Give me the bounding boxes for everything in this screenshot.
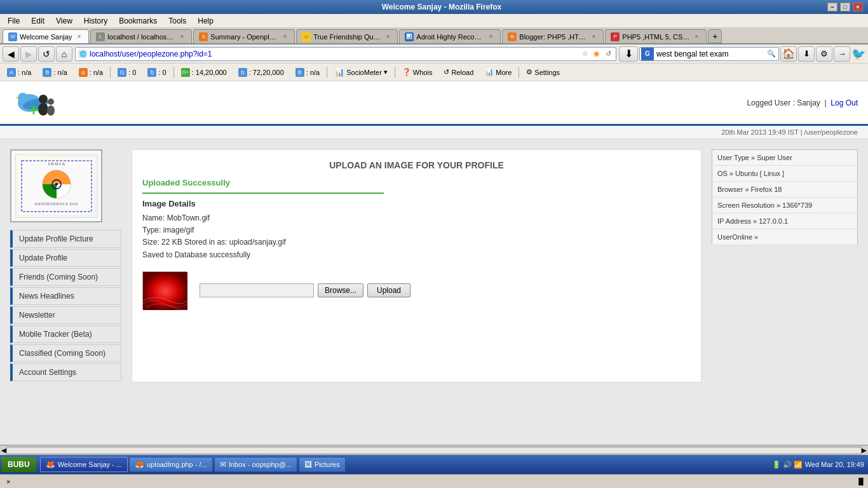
bm-settings[interactable]: ⚙ Settings: [522, 66, 564, 78]
tab-favicon-7: P: [611, 32, 620, 41]
menu-file[interactable]: File: [3, 15, 25, 27]
tab-php5[interactable]: P PHP5 ,HTML 5, CSS,A... ×: [605, 29, 707, 43]
menu-tools[interactable]: Tools: [163, 15, 191, 27]
tray-icons: 🔋 🔊 📶: [772, 461, 803, 469]
image-type-label: Type:: [142, 226, 163, 234]
tab-adroit[interactable]: 📊 Adroit Highly Recom... ×: [399, 29, 501, 43]
bm-gplus-count[interactable]: G+ : 14,20,000: [177, 66, 231, 79]
info-row-browser: Browser » Firefox 18: [712, 182, 858, 198]
taskbar-item-welcome[interactable]: 🦊 Welcome Sanjay - ...: [40, 457, 128, 472]
titlebar: Welcome Sanjay - Mozilla Firefox − □ ×: [0, 0, 868, 14]
info-row-resolution: Screen Resolution » 1366*739: [712, 198, 858, 214]
bing-icon: b: [147, 68, 156, 77]
nav-news-headlines[interactable]: News Headlines: [10, 287, 121, 305]
nav-update-profile[interactable]: Update Profile: [10, 249, 121, 267]
menu-bookmarks[interactable]: Bookmarks: [114, 15, 162, 27]
twitter-icon[interactable]: 🐦: [851, 47, 865, 61]
browse-button[interactable]: Browse...: [318, 283, 363, 297]
image-name-label: Name:: [142, 214, 167, 222]
nav-newsletter[interactable]: Newsletter: [10, 306, 121, 324]
bm-more[interactable]: 📊 More: [480, 66, 516, 78]
settings-icon: ⚙: [526, 68, 532, 76]
maximize-button[interactable]: □: [840, 3, 850, 11]
image-type-line: Type: image/gif: [142, 224, 691, 236]
search-input[interactable]: [654, 50, 766, 58]
tab-favicon-6: B: [508, 32, 517, 41]
nav-classified[interactable]: Classified (Coming Soon): [10, 344, 121, 362]
site-logo: [10, 85, 61, 120]
close-button[interactable]: ×: [853, 3, 863, 11]
start-button[interactable]: BUBU: [1, 457, 36, 472]
bm-alpha-na[interactable]: α : n/a: [74, 66, 107, 79]
menu-history[interactable]: History: [79, 15, 112, 27]
rss-icon[interactable]: ◉: [592, 49, 602, 59]
home-button[interactable]: ⌂: [56, 46, 72, 62]
bm-whois[interactable]: ❓ Whois: [398, 66, 437, 78]
tab-friendship[interactable]: 😊 True Friendship Quot... ×: [296, 29, 398, 43]
tab-close-1[interactable]: ×: [74, 32, 83, 41]
file-input[interactable]: [200, 283, 314, 297]
tab-label-6: Blogger: PHP5 ,HTML...: [519, 33, 587, 41]
alpha-icon: α: [79, 68, 88, 77]
bing-value: : 0: [158, 69, 166, 76]
tab-summary[interactable]: S Summary - Openplus... ×: [193, 29, 295, 43]
taskbar-item-upload[interactable]: 🦊 uploadImg.php - /...: [129, 457, 213, 472]
tab-close-4[interactable]: ×: [383, 32, 392, 41]
nav-update-profile-picture[interactable]: Update Profile Picture: [10, 230, 121, 248]
scroll-right-btn[interactable]: ▶: [862, 447, 867, 454]
horizontal-scrollbar[interactable]: [6, 447, 862, 454]
addon-settings-icon[interactable]: ⚙: [816, 46, 832, 62]
minimize-button[interactable]: −: [827, 3, 837, 11]
bookmarks-bar: A : n/a B : n/a α : n/a G : 0 b : 0 G+ :…: [0, 64, 868, 81]
menu-view[interactable]: View: [51, 15, 78, 27]
forward-button[interactable]: ▶: [20, 46, 37, 62]
tab-close-5[interactable]: ×: [486, 32, 495, 41]
bm-bing-0[interactable]: b : 0: [143, 66, 170, 79]
home-nav-icon[interactable]: 🏠: [780, 46, 797, 62]
svg-rect-9: [33, 106, 35, 114]
menu-help[interactable]: Help: [193, 15, 219, 27]
logout-link[interactable]: Log Out: [831, 98, 858, 107]
nav-mobile-tracker[interactable]: Mobile Tracker (Beta): [10, 325, 121, 343]
bookmark-star-icon[interactable]: ☆: [580, 49, 590, 59]
tab-label-7: PHP5 ,HTML 5, CSS,A...: [622, 33, 689, 41]
nav-friends[interactable]: Friends (Coming Soon): [10, 268, 121, 286]
tab-close-6[interactable]: ×: [589, 32, 598, 41]
menu-edit[interactable]: Edit: [26, 15, 50, 27]
info-table: User Type » Super User OS » Ubuntu [ Lin…: [712, 149, 858, 245]
download-button[interactable]: ⬇: [619, 46, 638, 62]
new-tab-button[interactable]: +: [708, 29, 722, 43]
bm-google-0[interactable]: G : 0: [113, 66, 140, 79]
back-button[interactable]: ◀: [3, 46, 19, 62]
upload-button[interactable]: Upload: [367, 283, 410, 297]
tab-welcome-sanjay[interactable]: W Welcome Sanjay ×: [3, 29, 89, 43]
alpha-value: : n/a: [90, 69, 103, 76]
tab-close-7[interactable]: ×: [692, 32, 701, 41]
taskbar-item-inbox[interactable]: ✉ Inbox - oopsphp@...: [214, 457, 297, 472]
nav-account-settings[interactable]: Account Settings: [10, 363, 121, 381]
search-button[interactable]: 🔍: [766, 48, 777, 60]
bm-alexa-na[interactable]: A : n/a: [3, 66, 36, 79]
tab-close-3[interactable]: ×: [280, 32, 289, 41]
tab-blogger[interactable]: B Blogger: PHP5 ,HTML... ×: [502, 29, 604, 43]
bm-compete-na2[interactable]: B : n/a: [291, 66, 324, 79]
scroll-left-btn[interactable]: ◀: [1, 447, 6, 454]
tab-localhost[interactable]: L localhost / localhost /... ×: [90, 29, 192, 43]
addon-download-icon[interactable]: ⬇: [798, 46, 815, 62]
bm-compete-na[interactable]: B : n/a: [38, 66, 71, 79]
taskbar-item-pictures[interactable]: 🖼 Pictures: [299, 457, 346, 472]
bm-bookmark-count[interactable]: b : 72,20,000: [234, 66, 288, 79]
bm-reload[interactable]: ↺ Reload: [439, 66, 478, 78]
search-engine-icon[interactable]: G: [641, 48, 654, 60]
address-input[interactable]: localhost/user/peoplezone.php?id=1: [90, 50, 580, 58]
addon-arrow-icon[interactable]: →: [834, 46, 850, 62]
svg-point-6: [48, 98, 54, 105]
bm-sociometer[interactable]: 📊 SocioMeter ▾: [330, 65, 392, 79]
reload-addr-icon[interactable]: ↺: [603, 49, 613, 59]
tab-close-2[interactable]: ×: [177, 32, 186, 41]
status-close[interactable]: ×: [3, 478, 14, 485]
logged-user-text: Logged User : Sanjay: [747, 98, 820, 107]
svg-text:I N D I A: I N D I A: [48, 161, 64, 166]
reload-button[interactable]: ↺: [38, 46, 55, 62]
info-row-usertype: User Type » Super User: [712, 150, 858, 166]
